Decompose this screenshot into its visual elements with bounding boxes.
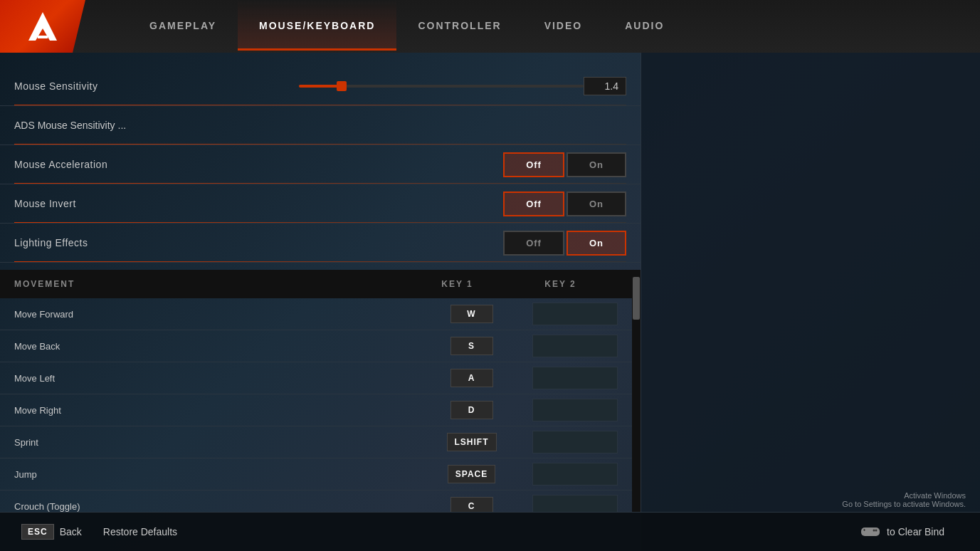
move-forward-key1: W bbox=[420, 305, 523, 323]
tab-controller[interactable]: CONTROLLER bbox=[396, 0, 522, 53]
windows-watermark: Activate Windows Go to Settings to activ… bbox=[842, 491, 966, 508]
crouch-toggle-label: Crouch (Toggle) bbox=[14, 501, 420, 512]
svg-point-6 bbox=[875, 530, 878, 532]
tab-mouse-keyboard[interactable]: MOUSE/KEYBOARD bbox=[238, 0, 396, 53]
crouch-toggle-key2-empty[interactable] bbox=[532, 495, 618, 512]
keybind-move-forward: Move Forward W bbox=[0, 298, 641, 330]
svg-point-5 bbox=[873, 530, 875, 532]
mouse-invert-off[interactable]: Off bbox=[503, 191, 564, 216]
move-back-key2-empty[interactable] bbox=[532, 335, 618, 357]
apex-logo bbox=[25, 9, 60, 44]
move-left-key1-btn[interactable]: A bbox=[451, 369, 493, 387]
lighting-effects-on[interactable]: On bbox=[567, 231, 626, 256]
mouse-invert-toggle: Off On bbox=[503, 191, 626, 216]
slider-thumb[interactable] bbox=[337, 81, 347, 91]
back-action[interactable]: ESC Back bbox=[21, 524, 82, 540]
svg-rect-1 bbox=[38, 36, 48, 38]
movement-col-key2: KEY 2 bbox=[509, 279, 612, 289]
ads-sensitivity-label: ADS Mouse Sensitivity ... bbox=[14, 120, 126, 131]
mouse-acceleration-on[interactable]: On bbox=[567, 152, 626, 177]
right-panel bbox=[641, 53, 980, 551]
movement-col-key1: KEY 1 bbox=[406, 279, 509, 289]
slider-track[interactable] bbox=[299, 85, 584, 88]
move-right-key1-btn[interactable]: D bbox=[451, 401, 493, 419]
move-left-label: Move Left bbox=[14, 373, 420, 384]
move-left-key1: A bbox=[420, 369, 523, 387]
main-content: Mouse Sensitivity 1.4 ADS Mouse Sensitiv… bbox=[0, 53, 980, 551]
lighting-effects-off[interactable]: Off bbox=[503, 231, 564, 256]
mouse-acceleration-label: Mouse Acceleration bbox=[14, 159, 503, 170]
keybind-move-right: Move Right D bbox=[0, 394, 641, 426]
move-right-key1: D bbox=[420, 401, 523, 419]
keybinds-section: MOVEMENT KEY 1 KEY 2 Move Forward W bbox=[0, 270, 641, 512]
crouch-toggle-key1-btn[interactable]: C bbox=[451, 497, 493, 512]
keybind-sprint: Sprint LSHIFT bbox=[0, 426, 641, 458]
move-back-key1: S bbox=[420, 337, 523, 355]
mouse-sensitivity-slider[interactable] bbox=[299, 85, 584, 88]
sprint-key1-btn[interactable]: LSHIFT bbox=[447, 433, 497, 451]
clear-bind-label: to Clear Bind bbox=[887, 526, 944, 537]
move-left-key2 bbox=[523, 367, 626, 389]
controller-icon bbox=[860, 525, 881, 539]
tab-gameplay[interactable]: GAMEPLAY bbox=[128, 0, 238, 53]
sprint-key2-empty[interactable] bbox=[532, 431, 618, 453]
mouse-sensitivity-row: Mouse Sensitivity 1.4 bbox=[0, 67, 641, 106]
clear-bind-info: to Clear Bind bbox=[860, 525, 944, 539]
move-left-key2-empty[interactable] bbox=[532, 367, 618, 389]
nav-bar: GAMEPLAY MOUSE/KEYBOARD CONTROLLER VIDEO… bbox=[0, 0, 980, 53]
move-right-key2-empty[interactable] bbox=[532, 399, 618, 421]
sprint-key1: LSHIFT bbox=[420, 433, 523, 451]
watermark-line2: Go to Settings to activate Windows. bbox=[842, 500, 966, 508]
svg-rect-2 bbox=[861, 528, 880, 536]
tab-audio[interactable]: AUDIO bbox=[604, 0, 685, 53]
move-forward-label: Move Forward bbox=[14, 309, 420, 320]
move-right-label: Move Right bbox=[14, 405, 420, 416]
lighting-effects-toggle: Off On bbox=[503, 231, 626, 256]
logo-area bbox=[0, 0, 85, 53]
mouse-invert-on[interactable]: On bbox=[567, 191, 626, 216]
settings-panel: Mouse Sensitivity 1.4 ADS Mouse Sensitiv… bbox=[0, 53, 641, 551]
move-back-label: Move Back bbox=[14, 341, 420, 352]
mouse-sensitivity-value: 1.4 bbox=[584, 77, 626, 95]
move-back-key2 bbox=[523, 335, 626, 357]
scrollbar-track[interactable] bbox=[632, 270, 641, 512]
jump-label: Jump bbox=[14, 469, 420, 480]
lighting-effects-label: Lighting Effects bbox=[14, 237, 503, 248]
jump-key1-btn[interactable]: SPACE bbox=[448, 465, 495, 483]
restore-label: Restore Defaults bbox=[103, 526, 177, 537]
keybind-jump: Jump SPACE bbox=[0, 458, 641, 490]
ads-sensitivity-row: ADS Mouse Sensitivity ... bbox=[0, 106, 641, 145]
back-label: Back bbox=[60, 526, 82, 537]
move-back-key1-btn[interactable]: S bbox=[451, 337, 493, 355]
movement-header: MOVEMENT KEY 1 KEY 2 bbox=[0, 270, 641, 298]
watermark-line1: Activate Windows bbox=[842, 491, 966, 500]
crouch-toggle-key1: C bbox=[420, 497, 523, 512]
mouse-invert-row: Mouse Invert Off On bbox=[0, 184, 641, 224]
esc-key: ESC bbox=[21, 524, 54, 540]
sprint-label: Sprint bbox=[14, 437, 420, 448]
mouse-acceleration-toggle: Off On bbox=[503, 152, 626, 177]
mouse-sensitivity-label: Mouse Sensitivity bbox=[14, 80, 299, 92]
tab-video[interactable]: VIDEO bbox=[523, 0, 604, 53]
svg-rect-4 bbox=[864, 529, 865, 531]
keybind-crouch-toggle: Crouch (Toggle) C bbox=[0, 490, 641, 512]
jump-key2 bbox=[523, 463, 626, 486]
jump-key2-empty[interactable] bbox=[532, 463, 618, 486]
scrollbar-thumb[interactable] bbox=[633, 277, 640, 320]
slider-fill bbox=[299, 85, 342, 88]
jump-key1: SPACE bbox=[420, 465, 523, 483]
move-forward-key1-btn[interactable]: W bbox=[451, 305, 493, 323]
crouch-toggle-key2 bbox=[523, 495, 626, 512]
move-right-key2 bbox=[523, 399, 626, 421]
keybind-move-back: Move Back S bbox=[0, 330, 641, 362]
mouse-acceleration-off[interactable]: Off bbox=[503, 152, 564, 177]
lighting-effects-row: Lighting Effects Off On bbox=[0, 224, 641, 263]
mouse-acceleration-row: Mouse Acceleration Off On bbox=[0, 145, 641, 184]
move-forward-key2 bbox=[523, 303, 626, 325]
restore-defaults-action[interactable]: Restore Defaults bbox=[103, 526, 177, 537]
nav-tabs: GAMEPLAY MOUSE/KEYBOARD CONTROLLER VIDEO… bbox=[85, 0, 980, 53]
movement-title: MOVEMENT bbox=[14, 279, 406, 289]
bottom-bar: ESC Back Restore Defaults to Clear Bind bbox=[0, 512, 980, 551]
move-forward-key2-empty[interactable] bbox=[532, 303, 618, 325]
keybind-move-left: Move Left A bbox=[0, 362, 641, 394]
